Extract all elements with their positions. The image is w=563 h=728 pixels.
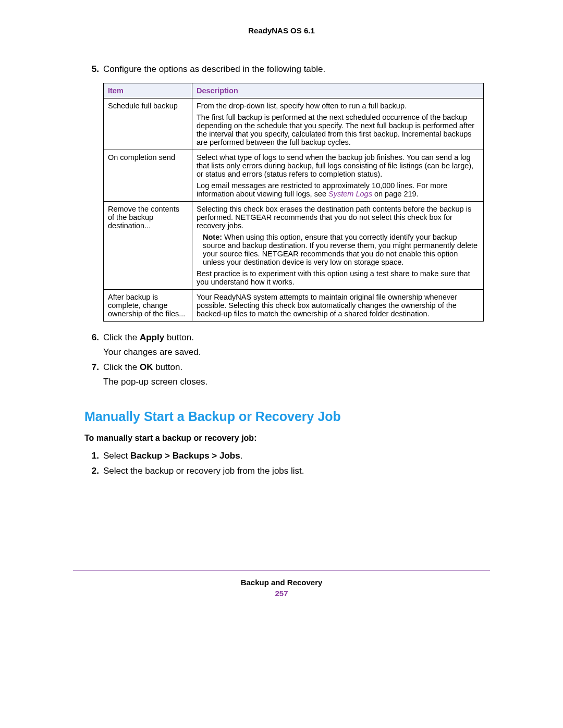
step-7-text: Click the OK button. bbox=[103, 362, 490, 374]
step-6-suffix: button. bbox=[164, 332, 194, 342]
system-logs-link[interactable]: System Logs bbox=[328, 190, 372, 198]
table-cell-desc: Selecting this check box erases the dest… bbox=[192, 201, 484, 289]
step-6-prefix: Click the bbox=[103, 332, 140, 342]
footer-divider bbox=[73, 570, 490, 571]
step-6-text: Click the Apply button. bbox=[103, 332, 490, 344]
step-7-number: 7. bbox=[73, 362, 103, 374]
section-step-1: 1. Select Backup > Backups > Jobs. bbox=[73, 450, 490, 462]
step-5-text: Configure the options as described in th… bbox=[103, 64, 490, 76]
step-6-bold: Apply bbox=[140, 332, 164, 342]
footer-page-number: 257 bbox=[73, 589, 490, 598]
step-7-result: The pop-up screen closes. bbox=[103, 377, 490, 387]
section-heading: Manually Start a Backup or Recovery Job bbox=[84, 409, 490, 424]
step-7-suffix: button. bbox=[153, 362, 182, 372]
desc-text: on page 219. bbox=[372, 190, 419, 198]
step-5-number: 5. bbox=[73, 64, 103, 76]
options-table: Item Description Schedule full backup Fr… bbox=[103, 83, 484, 322]
table-header-description: Description bbox=[192, 83, 484, 98]
step-6-number: 6. bbox=[73, 332, 103, 344]
desc-paragraph: Your ReadyNAS system attempts to maintai… bbox=[197, 293, 479, 318]
table-row: After backup is complete, change ownersh… bbox=[104, 289, 484, 321]
desc-paragraph: Log email messages are restricted to app… bbox=[197, 181, 479, 198]
section-step-1-text: Select Backup > Backups > Jobs. bbox=[103, 450, 490, 462]
document-page: ReadyNAS OS 6.1 5. Configure the options… bbox=[0, 0, 563, 728]
section-subhead: To manually start a backup or recovery j… bbox=[84, 434, 490, 443]
section-step-2-number: 2. bbox=[73, 465, 103, 477]
note-label: Note: bbox=[203, 233, 224, 241]
table-cell-item: Remove the contents of the backup destin… bbox=[104, 201, 192, 289]
step-5: 5. Configure the options as described in… bbox=[73, 64, 490, 76]
section-step-1-number: 1. bbox=[73, 450, 103, 462]
table-row: Remove the contents of the backup destin… bbox=[104, 201, 484, 289]
section-step-1-prefix: Select bbox=[103, 451, 130, 461]
note-paragraph: Note: When using this option, ensure tha… bbox=[197, 233, 479, 266]
desc-paragraph: Selecting this check box erases the dest… bbox=[197, 205, 479, 230]
step-6: 6. Click the Apply button. bbox=[73, 332, 490, 344]
table-cell-item: On completion send bbox=[104, 150, 192, 201]
note-text: When using this option, ensure that you … bbox=[203, 233, 478, 266]
desc-paragraph: The first full backup is performed at th… bbox=[197, 113, 479, 146]
table-row: On completion send Select what type of l… bbox=[104, 150, 484, 201]
table-cell-desc: From the drop-down list, specify how oft… bbox=[192, 98, 484, 150]
step-6-result: Your changes are saved. bbox=[103, 347, 490, 357]
table-row: Schedule full backup From the drop-down … bbox=[104, 98, 484, 150]
section-step-2: 2. Select the backup or recovery job fro… bbox=[73, 465, 490, 477]
desc-paragraph: Select what type of logs to send when th… bbox=[197, 153, 479, 178]
step-7: 7. Click the OK button. bbox=[73, 362, 490, 374]
step-7-bold: OK bbox=[140, 362, 153, 372]
table-cell-item: Schedule full backup bbox=[104, 98, 192, 150]
step-7-prefix: Click the bbox=[103, 362, 140, 372]
section-step-1-suffix: . bbox=[240, 451, 243, 461]
table-cell-desc: Your ReadyNAS system attempts to maintai… bbox=[192, 289, 484, 321]
section-step-2-text: Select the backup or recovery job from t… bbox=[103, 465, 490, 477]
header-product: ReadyNAS OS 6.1 bbox=[73, 26, 490, 35]
section-step-1-bold: Backup > Backups > Jobs bbox=[130, 451, 240, 461]
desc-paragraph: Best practice is to experiment with this… bbox=[197, 269, 479, 286]
table-header-item: Item bbox=[104, 83, 192, 98]
footer-chapter: Backup and Recovery bbox=[73, 578, 490, 587]
table-cell-item: After backup is complete, change ownersh… bbox=[104, 289, 192, 321]
table-cell-desc: Select what type of logs to send when th… bbox=[192, 150, 484, 201]
desc-paragraph: From the drop-down list, specify how oft… bbox=[197, 102, 479, 110]
table-header-row: Item Description bbox=[104, 83, 484, 98]
